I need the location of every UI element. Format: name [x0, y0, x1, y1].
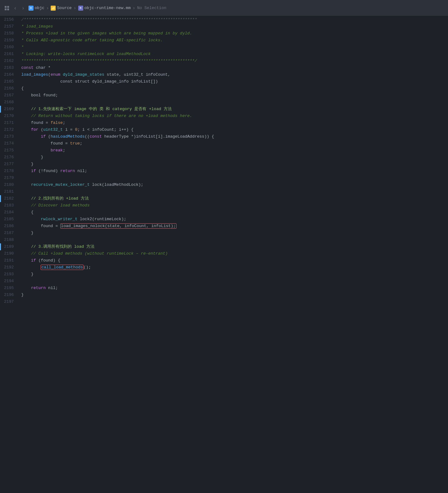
token: } — [21, 272, 33, 277]
token: const — [21, 65, 33, 70]
line-content: * Process +load in the given images whic… — [19, 30, 448, 37]
token: found — [43, 93, 55, 98]
line-content — [19, 236, 448, 243]
breadcrumb: o objc › 📁 Source › m objc-runtime-new.m… — [28, 6, 166, 11]
line-number: 2187 — [0, 230, 19, 236]
line-number: 2160 — [0, 44, 19, 51]
breadcrumb-sep-1: › — [46, 6, 49, 11]
token: for — [31, 127, 38, 132]
line-number: 2164 — [0, 71, 19, 78]
line-number: 2181 — [0, 188, 19, 195]
forward-button[interactable]: › — [20, 5, 26, 12]
token: found = — [21, 141, 70, 146]
line-content: rwlock_writer_t lock2(runtimeLock); — [19, 216, 448, 223]
line-content: load_images(enum dyld_image_states state… — [19, 71, 448, 78]
token: uint32_t — [43, 127, 63, 132]
code-line: 2159* Calls ABI-agnostic code after taki… — [0, 37, 448, 44]
token: if — [41, 134, 46, 139]
token: state — [107, 72, 119, 77]
code-line: 2197 — [0, 298, 448, 305]
code-line: 2171 found = false; — [0, 119, 448, 126]
line-number: 2186 — [0, 223, 19, 230]
code-line: 2156/***********************************… — [0, 16, 448, 23]
line-content — [19, 278, 448, 285]
line-number: 2196 — [0, 292, 19, 298]
code-line: 2177 } — [0, 161, 448, 168]
token — [21, 107, 31, 111]
code-line: 2195 return nil; — [0, 285, 448, 292]
line-content — [19, 188, 448, 195]
code-line: 2184 { — [0, 209, 448, 216]
line-content: } — [19, 161, 448, 168]
token: recursive_mutex_locker_t — [31, 182, 89, 187]
line-content: } — [19, 292, 448, 298]
line-number: 2184 — [0, 209, 19, 216]
token: , uint32_t infoCount, — [119, 72, 170, 77]
line-number: 2195 — [0, 285, 19, 292]
code-editor[interactable]: 2156/***********************************… — [0, 16, 448, 305]
token: ; — [63, 120, 65, 125]
line-content: // Call +load methods (without runtimeLo… — [19, 250, 448, 257]
line-number: 2157 — [0, 23, 19, 30]
token: hasLoadMethods — [51, 134, 85, 139]
line-number: 2190 — [0, 250, 19, 257]
code-line: 2168 — [0, 99, 448, 106]
grid-icon[interactable] — [4, 5, 10, 11]
code-line: 2162************************************… — [0, 58, 448, 64]
breadcrumb-source[interactable]: 📁 Source — [51, 6, 72, 11]
code-line: 2174 found = true; — [0, 140, 448, 147]
token: rwlock_writer_t — [41, 217, 77, 221]
token: enum — [51, 72, 60, 77]
line-content: found = true; — [19, 140, 448, 147]
line-number: 2182 — [0, 195, 19, 202]
token: headerType *)infoList[i].imageLoadAddres… — [102, 134, 214, 139]
token: * Process +load in the given images whic… — [21, 31, 192, 36]
token: lock(loadMethodLock); — [89, 182, 143, 187]
line-content: } — [19, 271, 448, 278]
line-content — [19, 175, 448, 181]
line-content: // 3.调用所有找到的 load 方法 — [19, 243, 448, 250]
line-content — [19, 99, 448, 106]
line-number: 2174 — [0, 140, 19, 147]
code-line: 2173 if (hasLoadMethods((const headerTyp… — [0, 133, 448, 140]
line-content: recursive_mutex_locker_t lock(loadMethod… — [19, 181, 448, 188]
line-number: 2162 — [0, 58, 19, 64]
line-highlight-bar — [0, 195, 1, 202]
breadcrumb-file[interactable]: m objc-runtime-new.mm — [78, 6, 131, 11]
line-content: for (uint32_t i = 0; i < infoCount; i++)… — [19, 126, 448, 133]
line-content: /***************************************… — [19, 16, 448, 23]
token: (( — [85, 134, 90, 139]
line-content: * load_images — [19, 23, 448, 30]
line-number: 2177 — [0, 161, 19, 168]
breadcrumb-file-label: objc-runtime-new.mm — [84, 6, 131, 10]
line-number: 2176 — [0, 154, 19, 161]
breadcrumb-objc[interactable]: o objc — [28, 6, 44, 11]
breadcrumb-sep-2: › — [74, 6, 76, 11]
line-content: // Discover load methods — [19, 202, 448, 209]
code-line: 2192 call_load_methods(); — [0, 264, 448, 271]
code-line: 2160* — [0, 44, 448, 51]
token: ; — [80, 141, 82, 146]
token — [21, 286, 31, 290]
line-highlight-bar — [0, 106, 1, 113]
svg-rect-2 — [5, 8, 7, 10]
token: char * — [33, 65, 51, 70]
back-button[interactable]: ‹ — [13, 5, 18, 12]
line-content: { — [19, 209, 448, 216]
token: ; — [55, 93, 58, 98]
code-line: 2191 if (found) { — [0, 257, 448, 264]
line-content: // Return without taking locks if there … — [19, 113, 448, 119]
line-content: found = load_images_nolock(state, infoCo… — [19, 223, 448, 230]
code-line: 2193 } — [0, 271, 448, 278]
line-content: if (hasLoadMethods((const headerType *)i… — [19, 133, 448, 140]
line-content: bool found; — [19, 92, 448, 99]
token: { — [21, 86, 24, 91]
line-number: 2197 — [0, 298, 19, 305]
objc-icon: o — [28, 6, 33, 11]
line-number: 2188 — [0, 236, 19, 243]
code-line: 2194 — [0, 278, 448, 285]
token: found = — [21, 120, 51, 125]
svg-rect-0 — [5, 6, 7, 8]
line-content: const struct dyld_image_info infoList[]) — [19, 78, 448, 85]
line-number: 2189 — [0, 243, 19, 250]
